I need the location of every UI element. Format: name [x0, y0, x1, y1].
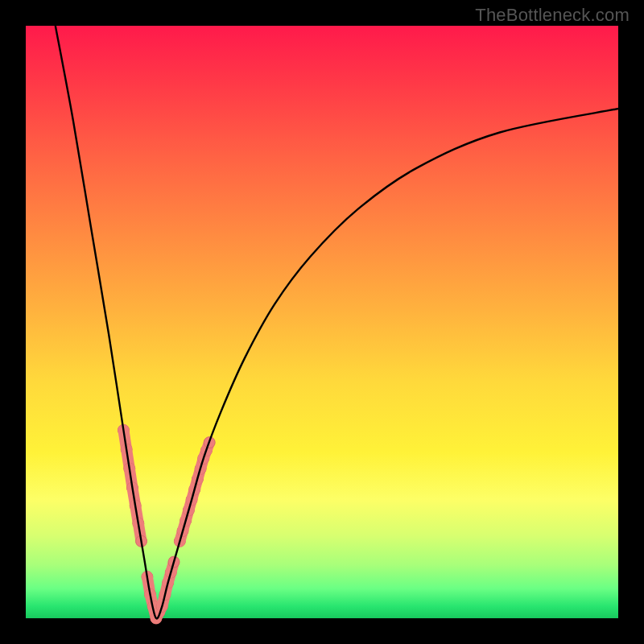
chart-frame: TheBottleneck.com — [0, 0, 644, 644]
bottleneck-curve-svg — [26, 26, 618, 618]
watermark-text: TheBottleneck.com — [475, 5, 630, 26]
highlight-markers — [118, 424, 215, 624]
bottleneck-curve-path — [56, 26, 618, 618]
plot-area — [26, 26, 618, 618]
